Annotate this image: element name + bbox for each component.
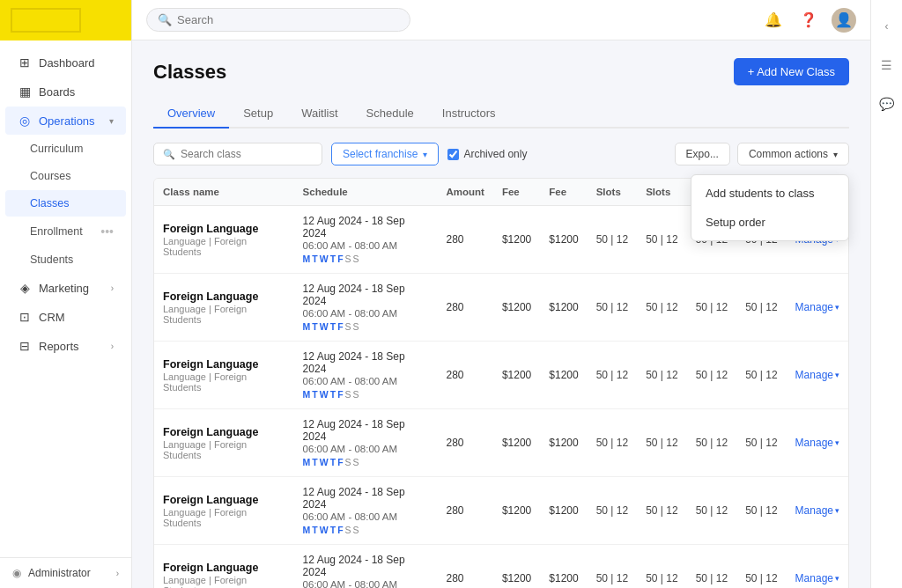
tab-setup[interactable]: Setup bbox=[229, 99, 287, 129]
cell-fee-2: $1200 bbox=[540, 206, 587, 274]
sidebar-item-crm[interactable]: ⊡ CRM bbox=[5, 303, 126, 331]
cell-fee-1: $1200 bbox=[493, 409, 540, 477]
sidebar-item-reports[interactable]: ⊟ Reports › bbox=[5, 332, 126, 360]
search-class-input[interactable]: 🔍 bbox=[153, 143, 322, 165]
sidebar-item-classes[interactable]: Classes bbox=[5, 190, 126, 217]
search-class-field[interactable] bbox=[181, 148, 313, 160]
topbar-icons: 🔔 ❓ 👤 bbox=[761, 8, 856, 33]
cell-fee-2: $1200 bbox=[540, 477, 587, 545]
main-content: 🔍 🔔 ❓ 👤 Classes + Add New Class Overview… bbox=[132, 0, 870, 588]
cell-action: Manage ▾ bbox=[787, 477, 848, 545]
cell-fee-1: $1200 bbox=[493, 206, 540, 274]
archived-checkbox[interactable] bbox=[447, 149, 459, 160]
class-name-text: Foreign Language bbox=[163, 290, 285, 303]
logo bbox=[11, 8, 81, 33]
sidebar-item-students[interactable]: Students bbox=[5, 246, 126, 273]
table-row: Foreign Language Language | Foreign Stud… bbox=[154, 274, 848, 342]
manage-button[interactable]: Manage ▾ bbox=[795, 572, 839, 584]
class-sub-text: Language | Foreign Students bbox=[163, 575, 285, 589]
day-t-2: T bbox=[330, 389, 336, 400]
schedule-time: 06:00 AM - 08:00 AM bbox=[303, 376, 429, 386]
notification-icon[interactable]: 🔔 bbox=[761, 8, 786, 33]
chevron-down-icon: ▾ bbox=[835, 574, 839, 583]
search-input[interactable] bbox=[177, 13, 399, 26]
filter-franchise-label: Select franchise bbox=[343, 148, 418, 160]
manage-button[interactable]: Manage ▾ bbox=[795, 301, 839, 313]
chevron-right-icon: › bbox=[116, 569, 119, 578]
sidebar-item-boards[interactable]: ▦ Boards bbox=[5, 77, 126, 106]
chevron-down-icon: ▾ bbox=[835, 303, 839, 312]
class-name-text: Foreign Language bbox=[163, 426, 285, 438]
manage-button[interactable]: Manage ▾ bbox=[795, 437, 839, 449]
cell-amount: 280 bbox=[437, 274, 492, 342]
chevron-down-icon: ▾ bbox=[835, 438, 839, 447]
collapse-panel-icon[interactable]: ‹ bbox=[875, 14, 899, 39]
select-franchise-button[interactable]: Select franchise ▾ bbox=[331, 143, 439, 165]
sidebar-item-curriculum[interactable]: Curriculum bbox=[5, 136, 126, 162]
dropdown-item-add-students[interactable]: Add students to class bbox=[691, 179, 848, 208]
table-row: Foreign Language Language | Foreign Stud… bbox=[154, 342, 848, 409]
dashboard-icon: ⊞ bbox=[18, 55, 32, 70]
panel-icon-2[interactable]: 💬 bbox=[875, 92, 899, 116]
sidebar-item-marketing[interactable]: ◈ Marketing › bbox=[5, 274, 126, 302]
col-fee-2: Fee bbox=[540, 179, 587, 206]
day-f-1: F bbox=[337, 321, 343, 332]
crm-icon: ⊡ bbox=[18, 310, 32, 324]
help-icon[interactable]: ❓ bbox=[796, 8, 821, 33]
cell-fee-1: $1200 bbox=[493, 477, 540, 545]
add-new-class-button[interactable]: + Add New Class bbox=[734, 58, 849, 85]
day-s-4: S bbox=[345, 525, 351, 535]
cell-class-name: Foreign Language Language | Foreign Stud… bbox=[154, 477, 294, 545]
tab-overview[interactable]: Overview bbox=[153, 99, 229, 129]
cell-slots-1: 50 | 12 bbox=[588, 409, 637, 477]
sidebar-item-enrollment[interactable]: Enrollment ••• bbox=[5, 217, 126, 246]
dropdown-item-setup-order[interactable]: Setup order bbox=[691, 208, 848, 237]
cell-amount: 280 bbox=[437, 545, 492, 589]
cell-fee-2: $1200 bbox=[540, 342, 587, 409]
cell-slots-2: 50 | 12 bbox=[637, 342, 686, 409]
chevron-down-icon: ▾ bbox=[835, 371, 839, 379]
sidebar-item-dashboard[interactable]: ⊞ Dashboard bbox=[5, 48, 126, 77]
tab-instructors[interactable]: Instructors bbox=[428, 99, 510, 129]
admin-icon: ◉ bbox=[12, 567, 21, 579]
export-button[interactable]: Expo... bbox=[675, 143, 730, 165]
sidebar-item-courses[interactable]: Courses bbox=[5, 163, 126, 189]
cell-slots-2: 50 | 12 bbox=[637, 409, 686, 477]
class-sub-text: Language | Foreign Students bbox=[163, 439, 285, 460]
manage-button[interactable]: Manage ▾ bbox=[795, 369, 839, 381]
cell-fee-1: $1200 bbox=[493, 342, 540, 409]
tab-waitlist[interactable]: Waitlist bbox=[287, 99, 351, 129]
enrollment-options-icon[interactable]: ••• bbox=[100, 224, 114, 239]
table-row: Foreign Language Language | Foreign Stud… bbox=[154, 477, 848, 545]
avatar[interactable]: 👤 bbox=[832, 8, 856, 33]
sidebar-footer[interactable]: ◉ Administrator › bbox=[0, 557, 131, 588]
cell-slots-3: 50 | 12 bbox=[687, 409, 736, 477]
cell-action: Manage ▾ bbox=[787, 274, 848, 342]
sidebar-item-operations[interactable]: ◎ Operations ▾ bbox=[5, 107, 126, 135]
boards-icon: ▦ bbox=[18, 85, 32, 99]
common-actions-label: Common actions bbox=[749, 148, 828, 160]
manage-button[interactable]: Manage ▾ bbox=[795, 504, 839, 517]
sidebar-item-label: Courses bbox=[30, 170, 71, 182]
sidebar-item-label: Dashboard bbox=[39, 56, 95, 70]
cell-slots-2: 50 | 12 bbox=[637, 274, 686, 342]
tab-schedule[interactable]: Schedule bbox=[352, 99, 428, 129]
common-actions-button[interactable]: Common actions ▾ bbox=[737, 143, 849, 165]
col-slots-2: Slots bbox=[637, 179, 686, 206]
sidebar-logo-area bbox=[0, 0, 131, 40]
day-s-2: S bbox=[345, 389, 351, 400]
cell-slots-2: 50 | 12 bbox=[637, 477, 686, 545]
col-fee-1: Fee bbox=[493, 179, 540, 206]
panel-icon-1[interactable]: ☰ bbox=[875, 53, 899, 77]
search-bar[interactable]: 🔍 bbox=[146, 8, 410, 32]
operations-icon: ◎ bbox=[18, 114, 32, 128]
common-actions-container: Common actions ▾ Add students to class S… bbox=[737, 143, 849, 165]
day-w-0: W bbox=[320, 254, 329, 264]
cell-fee-2: $1200 bbox=[540, 274, 587, 342]
chevron-right-icon: › bbox=[111, 283, 114, 293]
topbar: 🔍 🔔 ❓ 👤 bbox=[132, 0, 870, 40]
sidebar-item-label: Classes bbox=[30, 197, 69, 209]
class-sub-text: Language | Foreign Students bbox=[163, 507, 285, 528]
day-f-3: F bbox=[337, 457, 343, 467]
sidebar-nav: ⊞ Dashboard ▦ Boards ◎ Operations ▾ Curr… bbox=[0, 40, 131, 557]
